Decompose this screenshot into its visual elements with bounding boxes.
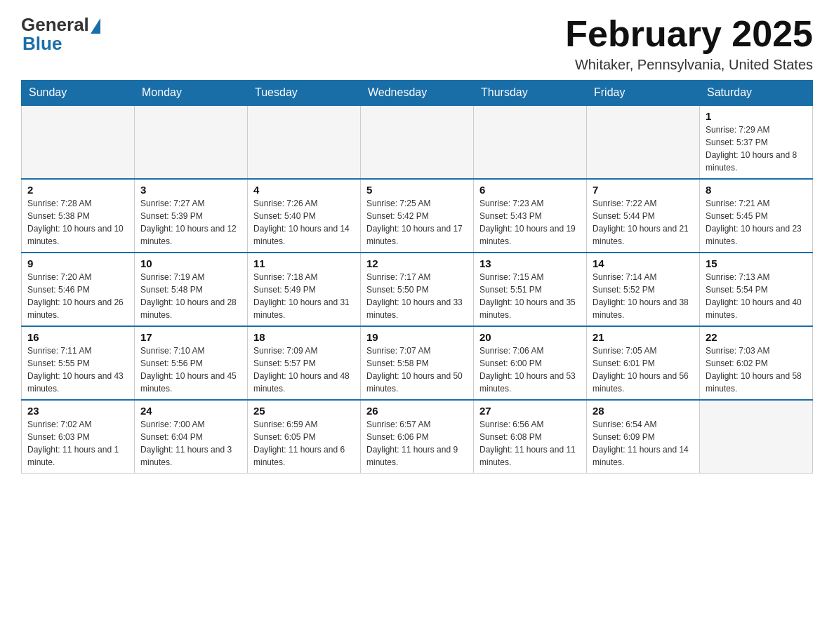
day-info: Sunrise: 7:13 AM Sunset: 5:54 PM Dayligh… <box>706 271 807 321</box>
day-info: Sunrise: 7:09 AM Sunset: 5:57 PM Dayligh… <box>253 344 355 395</box>
calendar-day-cell: 27Sunrise: 6:56 AM Sunset: 6:08 PM Dayli… <box>474 400 587 474</box>
day-info: Sunrise: 7:14 AM Sunset: 5:52 PM Dayligh… <box>593 271 694 321</box>
day-number: 5 <box>366 184 468 196</box>
calendar-week-row: 2Sunrise: 7:28 AM Sunset: 5:38 PM Daylig… <box>22 179 813 253</box>
day-number: 1 <box>706 110 807 122</box>
calendar-week-row: 23Sunrise: 7:02 AM Sunset: 6:03 PM Dayli… <box>22 400 813 474</box>
calendar-day-cell: 21Sunrise: 7:05 AM Sunset: 6:01 PM Dayli… <box>587 326 700 400</box>
calendar-day-cell <box>587 105 700 179</box>
day-info: Sunrise: 7:27 AM Sunset: 5:39 PM Dayligh… <box>140 197 241 248</box>
calendar-day-cell: 15Sunrise: 7:13 AM Sunset: 5:54 PM Dayli… <box>700 253 813 326</box>
calendar-day-cell: 24Sunrise: 7:00 AM Sunset: 6:04 PM Dayli… <box>135 400 248 474</box>
day-number: 19 <box>366 331 468 343</box>
calendar-day-cell: 4Sunrise: 7:26 AM Sunset: 5:40 PM Daylig… <box>248 179 361 253</box>
calendar-day-cell: 18Sunrise: 7:09 AM Sunset: 5:57 PM Dayli… <box>248 326 361 400</box>
day-info: Sunrise: 7:23 AM Sunset: 5:43 PM Dayligh… <box>479 197 581 248</box>
day-number: 17 <box>140 331 241 343</box>
day-number: 22 <box>706 331 807 343</box>
day-number: 4 <box>253 184 355 196</box>
calendar-day-cell: 1Sunrise: 7:29 AM Sunset: 5:37 PM Daylig… <box>700 105 813 179</box>
calendar-day-cell <box>135 105 248 179</box>
day-number: 13 <box>479 257 581 269</box>
calendar-day-cell: 7Sunrise: 7:22 AM Sunset: 5:44 PM Daylig… <box>587 179 700 253</box>
day-info: Sunrise: 7:29 AM Sunset: 5:37 PM Dayligh… <box>706 123 807 174</box>
calendar-day-cell <box>361 105 474 179</box>
day-number: 6 <box>479 184 581 196</box>
day-number: 12 <box>366 257 468 269</box>
calendar-day-cell: 26Sunrise: 6:57 AM Sunset: 6:06 PM Dayli… <box>361 400 474 474</box>
day-number: 20 <box>479 331 581 343</box>
day-info: Sunrise: 7:22 AM Sunset: 5:44 PM Dayligh… <box>593 197 694 248</box>
logo-blue-text: Blue <box>21 33 62 55</box>
day-number: 9 <box>27 257 128 269</box>
calendar-day-cell: 14Sunrise: 7:14 AM Sunset: 5:52 PM Dayli… <box>587 253 700 326</box>
day-info: Sunrise: 7:20 AM Sunset: 5:46 PM Dayligh… <box>27 271 128 321</box>
day-number: 24 <box>140 405 241 417</box>
day-info: Sunrise: 7:25 AM Sunset: 5:42 PM Dayligh… <box>366 197 468 248</box>
calendar-day-cell: 20Sunrise: 7:06 AM Sunset: 6:00 PM Dayli… <box>474 326 587 400</box>
day-number: 23 <box>27 405 128 417</box>
day-info: Sunrise: 7:07 AM Sunset: 5:58 PM Dayligh… <box>366 344 468 395</box>
day-number: 25 <box>253 405 355 417</box>
day-info: Sunrise: 7:00 AM Sunset: 6:04 PM Dayligh… <box>140 418 241 469</box>
day-info: Sunrise: 7:02 AM Sunset: 6:03 PM Dayligh… <box>27 418 128 469</box>
day-number: 2 <box>27 184 128 196</box>
calendar-day-cell: 11Sunrise: 7:18 AM Sunset: 5:49 PM Dayli… <box>248 253 361 326</box>
calendar-day-cell <box>248 105 361 179</box>
day-of-week-header: Saturday <box>700 81 813 106</box>
day-number: 3 <box>140 184 241 196</box>
day-of-week-header: Monday <box>135 81 248 106</box>
location-subtitle: Whitaker, Pennsylvania, United States <box>565 57 813 73</box>
page-header: General Blue February 2025 Whitaker, Pen… <box>21 14 813 73</box>
day-number: 15 <box>706 257 807 269</box>
calendar-day-cell <box>474 105 587 179</box>
day-info: Sunrise: 7:21 AM Sunset: 5:45 PM Dayligh… <box>706 197 807 248</box>
calendar-day-cell: 8Sunrise: 7:21 AM Sunset: 5:45 PM Daylig… <box>700 179 813 253</box>
day-info: Sunrise: 6:54 AM Sunset: 6:09 PM Dayligh… <box>593 418 694 469</box>
calendar-day-cell: 6Sunrise: 7:23 AM Sunset: 5:43 PM Daylig… <box>474 179 587 253</box>
day-of-week-header: Tuesday <box>248 81 361 106</box>
day-number: 18 <box>253 331 355 343</box>
day-number: 27 <box>479 405 581 417</box>
calendar-table: SundayMondayTuesdayWednesdayThursdayFrid… <box>21 80 813 474</box>
calendar-header-row: SundayMondayTuesdayWednesdayThursdayFrid… <box>22 81 813 106</box>
calendar-day-cell: 2Sunrise: 7:28 AM Sunset: 5:38 PM Daylig… <box>22 179 135 253</box>
day-info: Sunrise: 7:28 AM Sunset: 5:38 PM Dayligh… <box>27 197 128 248</box>
title-section: February 2025 Whitaker, Pennsylvania, Un… <box>565 14 813 73</box>
calendar-day-cell: 13Sunrise: 7:15 AM Sunset: 5:51 PM Dayli… <box>474 253 587 326</box>
calendar-day-cell: 17Sunrise: 7:10 AM Sunset: 5:56 PM Dayli… <box>135 326 248 400</box>
day-number: 10 <box>140 257 241 269</box>
day-info: Sunrise: 6:57 AM Sunset: 6:06 PM Dayligh… <box>366 418 468 469</box>
calendar-day-cell: 9Sunrise: 7:20 AM Sunset: 5:46 PM Daylig… <box>22 253 135 326</box>
day-info: Sunrise: 7:03 AM Sunset: 6:02 PM Dayligh… <box>706 344 807 395</box>
day-number: 16 <box>27 331 128 343</box>
day-number: 14 <box>593 257 694 269</box>
day-info: Sunrise: 7:15 AM Sunset: 5:51 PM Dayligh… <box>479 271 581 321</box>
calendar-week-row: 9Sunrise: 7:20 AM Sunset: 5:46 PM Daylig… <box>22 253 813 326</box>
day-number: 8 <box>706 184 807 196</box>
day-number: 26 <box>366 405 468 417</box>
calendar-week-row: 1Sunrise: 7:29 AM Sunset: 5:37 PM Daylig… <box>22 105 813 179</box>
day-of-week-header: Thursday <box>474 81 587 106</box>
day-info: Sunrise: 7:10 AM Sunset: 5:56 PM Dayligh… <box>140 344 241 395</box>
logo: General Blue <box>21 14 100 55</box>
day-of-week-header: Wednesday <box>361 81 474 106</box>
calendar-day-cell: 12Sunrise: 7:17 AM Sunset: 5:50 PM Dayli… <box>361 253 474 326</box>
day-info: Sunrise: 7:06 AM Sunset: 6:00 PM Dayligh… <box>479 344 581 395</box>
calendar-day-cell: 22Sunrise: 7:03 AM Sunset: 6:02 PM Dayli… <box>700 326 813 400</box>
calendar-week-row: 16Sunrise: 7:11 AM Sunset: 5:55 PM Dayli… <box>22 326 813 400</box>
calendar-day-cell: 25Sunrise: 6:59 AM Sunset: 6:05 PM Dayli… <box>248 400 361 474</box>
calendar-day-cell: 3Sunrise: 7:27 AM Sunset: 5:39 PM Daylig… <box>135 179 248 253</box>
calendar-day-cell: 28Sunrise: 6:54 AM Sunset: 6:09 PM Dayli… <box>587 400 700 474</box>
calendar-day-cell <box>22 105 135 179</box>
day-number: 7 <box>593 184 694 196</box>
day-of-week-header: Friday <box>587 81 700 106</box>
day-info: Sunrise: 7:26 AM Sunset: 5:40 PM Dayligh… <box>253 197 355 248</box>
day-info: Sunrise: 7:18 AM Sunset: 5:49 PM Dayligh… <box>253 271 355 321</box>
day-info: Sunrise: 7:11 AM Sunset: 5:55 PM Dayligh… <box>27 344 128 395</box>
calendar-day-cell: 19Sunrise: 7:07 AM Sunset: 5:58 PM Dayli… <box>361 326 474 400</box>
day-info: Sunrise: 6:59 AM Sunset: 6:05 PM Dayligh… <box>253 418 355 469</box>
calendar-day-cell <box>700 400 813 474</box>
calendar-day-cell: 23Sunrise: 7:02 AM Sunset: 6:03 PM Dayli… <box>22 400 135 474</box>
month-title: February 2025 <box>565 14 813 54</box>
